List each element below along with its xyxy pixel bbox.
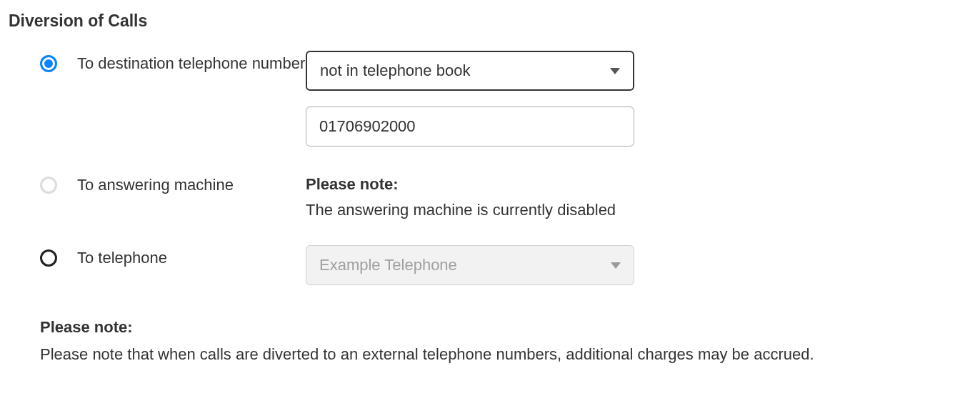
option-destination: To destination telephone number not in t… [40,51,971,147]
radio-telephone[interactable] [40,249,57,267]
radio-destination[interactable] [40,55,57,72]
footer-note-title: Please note: [40,318,971,337]
destination-number-input[interactable] [306,107,634,147]
option-telephone-label: To telephone [77,245,306,267]
chevron-down-icon [611,262,621,269]
answering-machine-note: Please note: The answering machine is cu… [306,175,971,219]
footer-note: Please note: Please note that when calls… [9,318,971,364]
telephone-select[interactable]: Example Telephone [306,245,634,285]
answering-machine-note-text: The answering machine is currently disab… [306,201,971,219]
option-telephone: To telephone Example Telephone [40,245,971,301]
diversion-options: To destination telephone number not in t… [9,51,971,301]
telephone-select-value: Example Telephone [319,256,457,274]
option-destination-label: To destination telephone number [77,51,306,73]
chevron-down-icon [610,68,620,74]
phonebook-select[interactable]: not in telephone book [306,51,634,91]
radio-answering-machine[interactable] [40,177,57,194]
answering-machine-note-title: Please note: [306,175,971,194]
option-answering-machine: To answering machine Please note: The an… [40,172,971,219]
section-title: Diversion of Calls [9,11,971,31]
option-answering-machine-label: To answering machine [77,172,306,194]
footer-note-text: Please note that when calls are diverted… [40,345,971,364]
phonebook-select-value: not in telephone book [320,61,470,80]
